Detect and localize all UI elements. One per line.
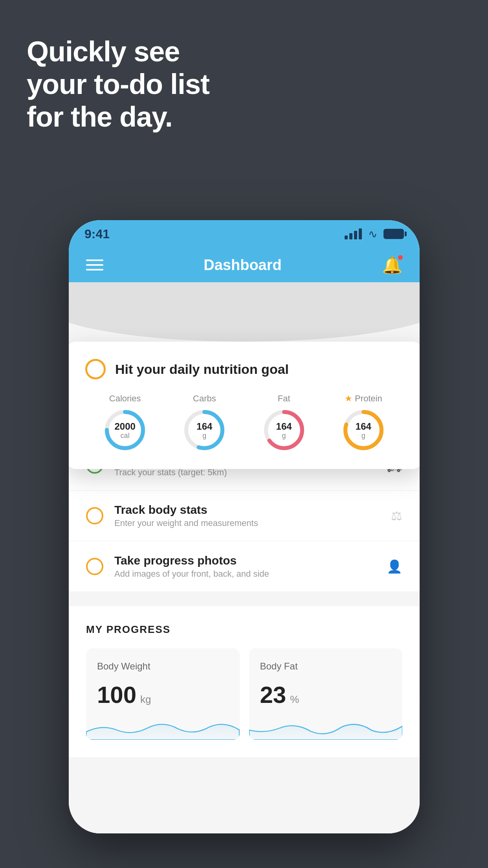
task-body-stats[interactable]: Track body stats Enter your weight and m… <box>69 491 420 541</box>
protein-value: 164 g <box>356 421 371 439</box>
nutrition-circles: Calories 2000 cal <box>85 394 403 452</box>
nutrition-check-circle[interactable] <box>85 359 106 379</box>
task-photos-info: Take progress photos Add images of your … <box>114 554 376 579</box>
task-body-stats-check <box>86 507 103 524</box>
card-shadow <box>69 282 420 342</box>
fat-value: 164 g <box>276 421 292 439</box>
fat-ring: 164 g <box>262 408 306 452</box>
task-body-stats-name: Track body stats <box>114 503 380 517</box>
nav-title: Dashboard <box>204 257 281 274</box>
task-photos-desc: Add images of your front, back, and side <box>114 569 376 579</box>
protein-ring: 164 g <box>342 408 385 452</box>
carbs-label: Carbs <box>193 394 216 404</box>
progress-cards: Body Weight 100 kg <box>86 648 402 740</box>
body-fat-card[interactable]: Body Fat 23 % <box>249 648 403 740</box>
calories-value: 2000 cal <box>114 421 135 439</box>
nav-bar: Dashboard 🔔 <box>69 248 420 282</box>
body-fat-value: 23 % <box>260 681 392 708</box>
task-body-stats-desc: Enter your weight and measurements <box>114 518 380 528</box>
calories-label: Calories <box>109 394 141 404</box>
body-weight-unit: kg <box>140 693 151 706</box>
body-weight-card[interactable]: Body Weight 100 kg <box>86 648 240 740</box>
battery-icon <box>383 229 404 239</box>
carbs-ring: 164 g <box>183 408 226 452</box>
nutrition-card-title: Hit your daily nutrition goal <box>115 362 289 377</box>
body-fat-num: 23 <box>260 681 286 708</box>
nutrition-calories: Calories 2000 cal <box>103 394 147 452</box>
nutrition-fat: Fat 164 g <box>262 394 306 452</box>
body-weight-value: 100 kg <box>97 681 229 708</box>
body-fat-chart <box>249 716 403 740</box>
photo-icon: 👤 <box>387 559 402 574</box>
progress-title: MY PROGRESS <box>86 623 402 636</box>
menu-button[interactable] <box>86 259 103 270</box>
body-fat-unit: % <box>290 693 299 706</box>
task-body-stats-info: Track body stats Enter your weight and m… <box>114 503 380 528</box>
card-header: Hit your daily nutrition goal <box>85 359 403 379</box>
protein-label: ★ Protein <box>345 394 382 404</box>
task-photos-name: Take progress photos <box>114 554 376 567</box>
calories-ring: 2000 cal <box>103 408 147 452</box>
scale-icon: ⚖ <box>391 508 402 523</box>
status-time: 9:41 <box>84 227 110 241</box>
task-photos-check <box>86 558 103 575</box>
task-progress-photos[interactable]: Take progress photos Add images of your … <box>69 541 420 592</box>
notification-button[interactable]: 🔔 <box>382 256 402 275</box>
wifi-icon: ∿ <box>368 228 377 241</box>
fat-label: Fat <box>278 394 290 404</box>
carbs-value: 164 g <box>196 421 212 439</box>
progress-section: MY PROGRESS Body Weight 100 kg <box>69 606 420 757</box>
nutrition-carbs: Carbs 164 g <box>183 394 226 452</box>
body-weight-num: 100 <box>97 681 136 708</box>
phone-content: THINGS TO DO TODAY Hit your daily nutrit… <box>69 282 420 833</box>
nutrition-protein: ★ Protein 164 g <box>342 394 385 452</box>
body-weight-label: Body Weight <box>97 661 229 672</box>
nutrition-card[interactable]: Hit your daily nutrition goal Calories <box>69 342 420 469</box>
phone-mockup: 9:41 ∿ Dashboard 🔔 THINGS TO DO <box>69 220 420 833</box>
status-icons: ∿ <box>345 228 404 241</box>
body-weight-chart <box>86 716 240 740</box>
signal-icon <box>345 228 362 239</box>
status-bar: 9:41 ∿ <box>69 220 420 248</box>
star-icon: ★ <box>345 394 352 404</box>
notification-dot <box>397 254 404 261</box>
hero-text: Quickly see your to-do list for the day. <box>27 35 209 133</box>
body-fat-label: Body Fat <box>260 661 392 672</box>
